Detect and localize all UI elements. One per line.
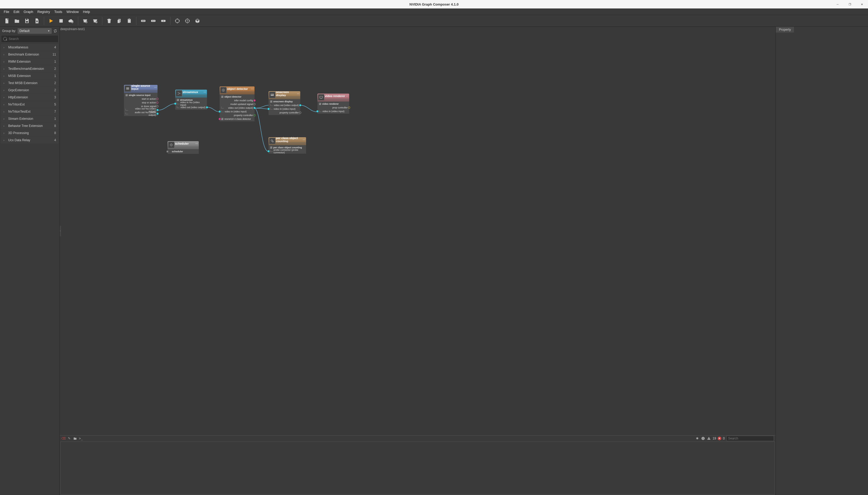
port-resnet18[interactable]: resnet18 4 class detector (220, 117, 254, 121)
close-file-icon[interactable] (33, 17, 41, 25)
extension-item[interactable]: ›NvTritonTestExt7 (1, 108, 59, 115)
package-up-icon[interactable] (91, 17, 100, 25)
menu-registry[interactable]: Registry (35, 9, 52, 15)
node-object-detector[interactable]: object detector⋯ object detector infer m… (220, 86, 254, 121)
titlebar: NVIDIA Graph Composer 4.1.0 ─ ❐ ✕ (0, 0, 868, 8)
node-menu-icon[interactable]: ⋯ (154, 86, 157, 89)
node-single-source-input[interactable]: single source input⋯ single source input… (124, 85, 158, 116)
clear-log-icon[interactable]: ⌫ (61, 436, 66, 441)
extension-item[interactable]: ›Ucx Data Relay4 (1, 137, 59, 143)
info-count: 19 (713, 437, 716, 440)
menu-window[interactable]: Window (65, 9, 81, 15)
extension-item[interactable]: ›Stream Extension1 (1, 115, 59, 122)
extension-name: MISB Extension (8, 74, 54, 78)
console-panel[interactable] (60, 442, 775, 494)
terminal-icon[interactable]: >_ (79, 436, 83, 441)
node-menu-icon[interactable]: ⋯ (251, 87, 253, 90)
save-icon[interactable] (23, 17, 31, 25)
dots-2-icon[interactable] (149, 17, 158, 25)
port-infer-model-config[interactable]: infer model config (220, 99, 254, 102)
dots-3-icon[interactable] (139, 17, 147, 25)
warning-icon[interactable]: ! (707, 436, 711, 441)
menu-tools[interactable]: Tools (52, 9, 64, 15)
graph-canvas[interactable]: deepstream-test1 ‹ single source input⋯ (60, 27, 776, 435)
stop-icon[interactable] (57, 17, 65, 25)
menu-graph[interactable]: Graph (21, 9, 35, 15)
error-count: 0 (723, 437, 725, 440)
menu-file[interactable]: File (2, 9, 11, 15)
port-video-in[interactable]: video in (video input) (268, 107, 300, 111)
extension-item[interactable]: ›NvTritonExt5 (1, 101, 59, 108)
copy-icon[interactable] (115, 17, 123, 25)
cloud-check-icon[interactable] (67, 17, 75, 25)
close-button[interactable]: ✕ (856, 0, 868, 8)
edit-log-icon[interactable]: ✎ (67, 436, 71, 441)
refresh-icon[interactable] (53, 29, 57, 33)
target-icon[interactable] (173, 17, 181, 25)
extension-item[interactable]: ›RMM Extension1 (1, 58, 59, 65)
port-property-controller[interactable]: property controller (268, 111, 300, 115)
node-type-icon (269, 92, 276, 98)
chevron-right-icon: › (3, 124, 6, 127)
port-video-in[interactable]: video in %u (video input) (175, 102, 207, 105)
port-video-out[interactable]: video out (video output) (175, 105, 207, 109)
node-per-class-object-counting[interactable]: per class object counting⋯ per class obj… (268, 137, 306, 154)
port-video-in[interactable]: video in (video input) (220, 110, 254, 114)
open-log-icon[interactable] (73, 436, 77, 441)
port-probe-connector[interactable]: probe connector (probe connector) (268, 149, 306, 153)
port-stop-sr-action[interactable]: stop sr action (124, 101, 158, 104)
dots-1-icon[interactable] (159, 17, 167, 25)
extension-item[interactable]: ›HttpExtension3 (1, 94, 59, 101)
chevron-right-icon: › (3, 53, 6, 56)
play-icon[interactable] (47, 17, 55, 25)
error-icon[interactable]: ✕ (718, 437, 721, 440)
chevron-right-icon: › (3, 96, 6, 99)
search-input[interactable] (1, 35, 58, 42)
port-model-updated-signal[interactable]: model updated signal (220, 102, 254, 106)
node-streammux[interactable]: streammux⋯ streammux video in %u (video … (175, 90, 207, 110)
port-property-controller[interactable]: property controller (220, 114, 254, 117)
maximize-button[interactable]: ❐ (844, 0, 856, 8)
port-start-sr-action[interactable]: start sr action (124, 97, 158, 101)
node-video-renderer[interactable]: video renderer⋯ video renderer prop cont… (317, 93, 349, 114)
extension-item[interactable]: ›MISB Extension1 (1, 72, 59, 79)
node-menu-icon[interactable]: ⋯ (195, 142, 198, 145)
package-down-icon[interactable] (81, 17, 89, 25)
crosshair-icon[interactable] (183, 17, 192, 25)
extension-item[interactable]: ›GrpcExtension2 (1, 87, 59, 93)
svg-rect-5 (83, 19, 87, 20)
log-search-input[interactable] (726, 436, 774, 441)
extension-item[interactable]: ›Miscellaneous4 (1, 44, 59, 51)
port-audio-out[interactable]: audio out %u (audio output) (124, 112, 158, 116)
port-prop-controller[interactable]: prop controller (317, 106, 349, 109)
extension-item[interactable]: ›Test MISB Extension2 (1, 80, 59, 86)
open-folder-icon[interactable] (13, 17, 21, 25)
snowflake-icon[interactable]: ✱ (695, 436, 699, 441)
port-video-out[interactable]: video out (video output) (220, 106, 254, 110)
group-by-select[interactable]: Default (18, 28, 52, 34)
extension-item[interactable]: ›3D Processing8 (1, 130, 59, 136)
node-menu-icon[interactable]: ⋯ (303, 138, 305, 141)
property-tab[interactable]: Property (776, 27, 794, 33)
port-video-out[interactable]: video out (video output) (268, 103, 300, 107)
node-scheduler[interactable]: scheduler⋯ scheduler (167, 141, 199, 154)
extension-item[interactable]: ›TestBenchmarkExtension2 (1, 65, 59, 72)
extension-list[interactable]: ›Miscellaneous4›Benchmark Extension11›RM… (0, 44, 59, 495)
cube-icon[interactable] (193, 17, 202, 25)
new-file-icon[interactable]: + (3, 17, 11, 25)
node-menu-icon[interactable]: ⋯ (346, 95, 348, 98)
trash-icon[interactable] (105, 17, 113, 25)
port-video-in[interactable]: video in (video input) (317, 109, 349, 113)
info-icon[interactable]: i (701, 436, 705, 441)
menu-edit[interactable]: Edit (11, 9, 21, 15)
sidebar-collapse-handle[interactable]: ‹ (60, 226, 61, 236)
menu-help[interactable]: Help (81, 9, 92, 15)
node-menu-icon[interactable]: ⋯ (297, 92, 299, 95)
node-menu-icon[interactable]: ⋯ (203, 91, 206, 93)
node-onscreen-display[interactable]: onscreen display⋯ onscreen display video… (268, 91, 300, 115)
paste-icon[interactable] (125, 17, 134, 25)
extension-count: 2 (54, 67, 56, 71)
extension-item[interactable]: ›Benchmark Extension11 (1, 51, 59, 58)
minimize-button[interactable]: ─ (832, 0, 844, 8)
extension-item[interactable]: ›Behavior Tree Extension8 (1, 122, 59, 129)
